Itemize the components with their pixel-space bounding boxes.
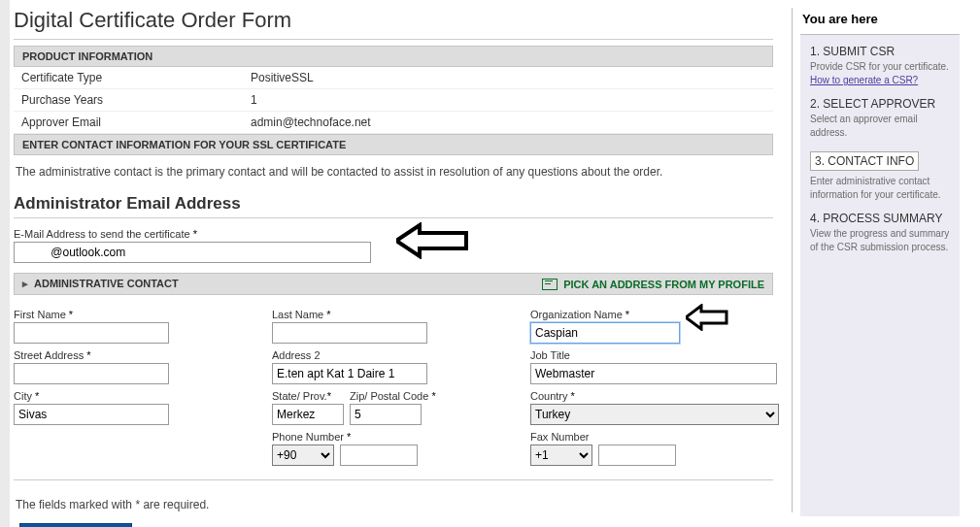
product-row-approver: Approver Email admin@technoface.net	[14, 112, 773, 134]
job-label: Job Title	[530, 344, 773, 363]
col-2: Last Name * Address 2 State/ Prov.* Zip/…	[272, 303, 515, 466]
step-2-title: 2. SELECT APPROVER	[810, 97, 950, 111]
phone-label: Phone Number *	[272, 425, 515, 445]
first-name-input[interactable]	[14, 322, 169, 344]
annotation-arrow-icon	[396, 222, 470, 259]
product-label: Purchase Years	[21, 93, 251, 107]
city-label: City *	[14, 384, 256, 404]
product-info-heading: PRODUCT INFORMATION	[14, 46, 773, 67]
enter-contact-heading: ENTER CONTACT INFORMATION FOR YOUR SSL C…	[14, 134, 773, 155]
phone-input[interactable]	[340, 445, 418, 466]
product-value: admin@technoface.net	[251, 115, 765, 129]
step-1-title: 1. SUBMIT CSR	[810, 45, 950, 58]
address2-input[interactable]	[272, 363, 427, 384]
fax-code-select[interactable]: +1	[530, 445, 592, 466]
step-1-desc: Provide CSR for your certificate. How to…	[810, 60, 950, 87]
street-label: Street Address *	[14, 344, 256, 363]
sidebar: You are here 1. SUBMIT CSR Provide CSR f…	[792, 8, 967, 512]
email-row: E-Mail Address to send the certificate *	[14, 222, 773, 269]
last-name-label: Last Name *	[272, 303, 515, 322]
zip-label: Zip/ Postal Code *	[350, 384, 436, 404]
sidebar-heading: You are here	[800, 8, 960, 35]
product-label: Certificate Type	[21, 71, 251, 84]
city-input[interactable]	[14, 404, 169, 425]
page-title: Digital Certificate Order Form	[14, 8, 773, 40]
street-input[interactable]	[14, 363, 169, 384]
instruction-text: The administrative contact is the primar…	[14, 155, 773, 188]
country-label: Country *	[530, 384, 773, 404]
col-3: Organization Name * Job Title Country * …	[530, 303, 773, 466]
fax-label: Fax Number	[530, 425, 773, 445]
step-4-desc: View the progress and summary of the CSR…	[810, 227, 950, 254]
main-form: Digital Certificate Order Form PRODUCT I…	[14, 8, 773, 527]
email-label: E-Mail Address to send the certificate *	[14, 222, 773, 242]
required-note: The fields marked with * are required.	[14, 479, 773, 519]
admin-contact-bar[interactable]: ▸ADMINISTRATIVE CONTACT PICK AN ADDRESS …	[14, 273, 773, 295]
country-select[interactable]: Turkey	[530, 404, 779, 425]
address-card-icon	[542, 279, 558, 290]
product-info-table: Certificate Type PositiveSSL Purchase Ye…	[14, 67, 773, 134]
pick-address-link[interactable]: PICK AN ADDRESS FROM MY PROFILE	[542, 279, 764, 290]
chevron-right-icon: ▸	[22, 278, 28, 289]
product-label: Approver Email	[21, 115, 251, 129]
email-input[interactable]	[14, 242, 371, 263]
address2-label: Address 2	[272, 344, 515, 363]
step-4-title: 4. PROCESS SUMMARY	[810, 212, 950, 225]
csr-help-link[interactable]: How to generate a CSR?	[810, 74, 950, 87]
phone-code-select[interactable]: +90	[272, 445, 334, 466]
job-input[interactable]	[530, 363, 777, 384]
step-3-desc: Enter administrative contact information…	[810, 175, 950, 202]
contact-grid: First Name * Street Address * City * Las…	[14, 303, 773, 466]
state-input[interactable]	[272, 404, 344, 425]
annotation-arrow-icon	[686, 304, 730, 331]
product-value: 1	[251, 93, 765, 107]
step-2-desc: Select an approver email address.	[810, 113, 950, 140]
state-label: State/ Prov.*	[272, 384, 344, 404]
last-name-input[interactable]	[272, 322, 427, 344]
product-value: PositiveSSL	[251, 71, 765, 84]
col-1: First Name * Street Address * City *	[14, 303, 256, 466]
fax-input[interactable]	[598, 445, 676, 466]
first-name-label: First Name *	[14, 303, 256, 322]
org-input[interactable]	[530, 322, 680, 344]
left-gutter	[0, 0, 10, 527]
product-row-years: Purchase Years 1	[14, 89, 773, 112]
step-3-title: 3. CONTACT INFO	[810, 151, 919, 171]
org-label: Organization Name *	[530, 303, 773, 322]
product-row-cert-type: Certificate Type PositiveSSL	[14, 67, 773, 89]
admin-email-heading: Administrator Email Address	[14, 194, 773, 218]
sidebar-body: 1. SUBMIT CSR Provide CSR for your certi…	[800, 35, 960, 516]
admin-contact-heading: ▸ADMINISTRATIVE CONTACT	[22, 278, 179, 290]
submit-button[interactable]: Submit Order >>	[19, 523, 132, 527]
zip-input[interactable]	[350, 404, 422, 425]
